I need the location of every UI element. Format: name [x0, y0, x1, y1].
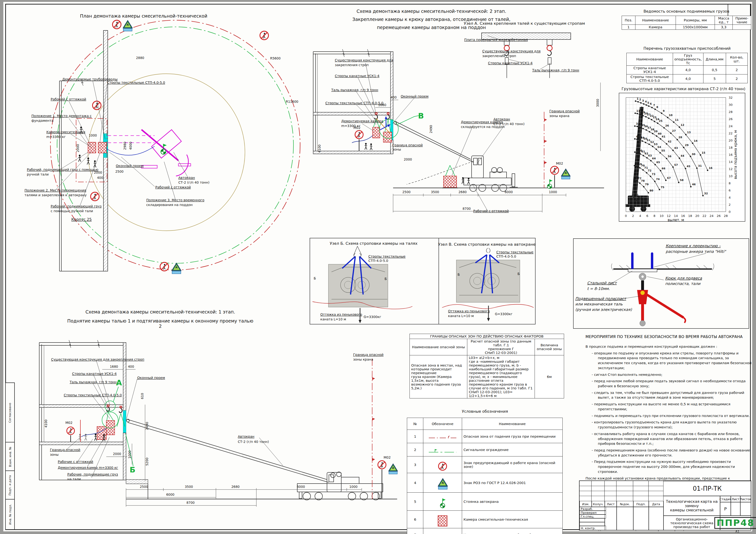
svg-text:45: 45 [687, 165, 690, 168]
label: Крюк для подвеса [665, 276, 702, 280]
dim-label: 5200 [145, 458, 149, 466]
boundary-flags [372, 377, 375, 461]
dim-label: 2000 [76, 144, 80, 152]
plan-labels: Демонтируемые трубопроводы Стропы тексти… [24, 56, 298, 222]
svg-text:8: 8 [656, 106, 658, 109]
company-logo-cell: ППР48 [720, 516, 751, 530]
stamp-empty [605, 507, 617, 530]
svg-text:8: 8 [729, 182, 731, 185]
node-mark: А [116, 378, 122, 387]
hoist-wheel [640, 291, 645, 295]
label: Плита перекрытия железобетонная [464, 38, 528, 42]
workers-faint [79, 434, 87, 440]
col-header: Наименование [462, 418, 563, 430]
label: зоны крана [353, 357, 373, 361]
section-mark: Б [385, 277, 387, 281]
legend-symbol-direction-arrow [423, 528, 462, 534]
sheets-value [740, 502, 751, 516]
label: зоны крана [549, 114, 569, 118]
label: Автокран [178, 176, 195, 180]
col-header: Расчет опасной зоны (по данным табл. Г.1… [467, 339, 535, 355]
svg-text:10: 10 [660, 214, 664, 218]
stamp-col-header: Лист [605, 501, 617, 507]
svg-text:4: 4 [639, 214, 641, 218]
label: М02 [556, 161, 563, 165]
section-mark: Б [458, 272, 460, 276]
floor-slab [39, 442, 123, 445]
svg-text:82: 82 [638, 196, 642, 200]
dim-label: 610 [140, 393, 144, 399]
label: Стропы текстильные [368, 255, 405, 258]
label: Положение 3. Место временного [146, 198, 204, 202]
worker-icon [467, 178, 470, 184]
side-strip-label: Взам. инв. № [8, 447, 12, 467]
no-walk-sign-icon [93, 101, 101, 110]
cell: 5 [703, 74, 726, 83]
label: фундамента [31, 119, 54, 123]
cell: Сигнальное ограждение [462, 443, 563, 457]
cell: 4,0 [673, 66, 703, 74]
svg-text:18: 18 [729, 146, 733, 149]
crane-parking-icon [548, 179, 553, 189]
svg-text:79: 79 [645, 183, 649, 186]
label: Стальной лист [587, 281, 617, 285]
svg-text:73: 73 [652, 173, 655, 176]
no-walk-sign-icon [91, 192, 99, 201]
document-title-line: Технологическая карта на замену [663, 499, 720, 508]
svg-text:51: 51 [647, 139, 650, 142]
steel-plate [628, 269, 657, 272]
legend-symbol-crane-parking [423, 492, 462, 511]
safety-paragraph: - контролировать грузоподъемность крана … [585, 420, 752, 430]
svg-text:12: 12 [729, 167, 733, 171]
svg-text:43: 43 [674, 147, 678, 150]
svg-text:42: 42 [668, 140, 671, 143]
label: на тали [67, 477, 81, 481]
label: Рабочий с оттяжкой [155, 185, 191, 189]
label: закрепления строп [335, 63, 368, 67]
side-strip-cell: Подп. и дата [5, 470, 15, 500]
label: Граница опасной [549, 109, 580, 113]
label: Оттяжка из пенькового [448, 309, 490, 313]
node-v-photo [456, 260, 520, 302]
cell: 0,5 [703, 66, 726, 74]
worker-icon [94, 434, 97, 440]
section-mark: Б [518, 272, 520, 276]
label: Граница опасной [392, 143, 423, 147]
dim-label: 6000 [297, 485, 305, 489]
stamp-empty [649, 507, 664, 530]
svg-text:14: 14 [729, 160, 733, 164]
cell: Камера [635, 25, 676, 30]
label: полиспаста, тали [665, 281, 701, 286]
label: Стропы текстильные СТП-4.0-5.0 [325, 101, 383, 105]
rigging-table: Наименование Груз оподъемность, Тс Длина… [626, 53, 748, 83]
document-title: Технологическая карта на замену камеры с… [663, 496, 720, 516]
cell: 3,3 [715, 25, 733, 30]
dim-label: 400 [97, 176, 103, 180]
svg-text:5: 5 [648, 101, 649, 104]
hoist-strap [641, 304, 644, 321]
svg-text:4: 4 [645, 100, 647, 103]
label: Стропы канатные УСК1-4 [335, 74, 379, 78]
svg-text:40: 40 [658, 132, 662, 135]
col-header: Величина опасной зоны [535, 339, 564, 355]
svg-text:71: 71 [644, 166, 648, 169]
safety-paragraph: - следить за тем, чтобы не был превышен … [585, 390, 752, 400]
cell: 2 [407, 443, 423, 457]
dim-label: 400 [128, 365, 134, 368]
label: Положение 2. Место перемещения [24, 188, 86, 192]
svg-text:20: 20 [729, 139, 733, 142]
cargo-table: Поз. Наименование Размеры, мм Масса ед.,… [622, 16, 751, 30]
label: Существующая конструкция для закрепления… [51, 357, 144, 361]
col-header: Кол-во, шт. [726, 53, 747, 66]
dim-label: 1680 [110, 365, 118, 368]
svg-text:вылет, м: вылет, м [667, 218, 684, 222]
dim-label: 8700 [186, 501, 195, 504]
svg-text:1: 1 [637, 97, 639, 100]
col-header: Длина,мм [703, 53, 726, 66]
stage-value: Р [720, 502, 731, 516]
svg-text:31: 31 [698, 164, 702, 167]
svg-text:12: 12 [667, 214, 671, 218]
svg-text:25: 25 [659, 119, 662, 123]
svg-text:46: 46 [692, 183, 696, 186]
label: Камера смесительная [46, 130, 85, 134]
